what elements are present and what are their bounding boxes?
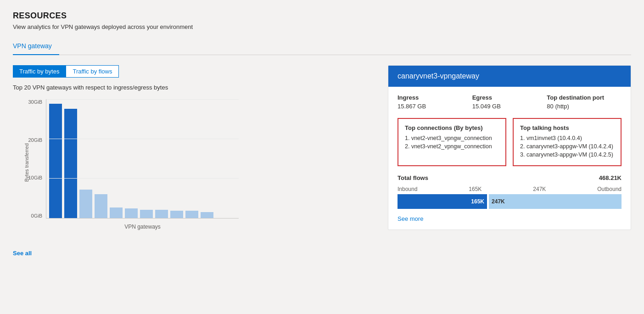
bars-container: VPN gateways: [46, 99, 239, 219]
stats-row: Ingress 15.867 GB Egress 15.049 GB Top d…: [398, 94, 622, 110]
ingress-stat: Ingress 15.867 GB: [398, 94, 472, 110]
bar-3: [79, 190, 92, 218]
left-panel: Traffic by bytes Traffic by flows Top 20…: [13, 65, 373, 257]
see-all-link[interactable]: See all: [13, 250, 32, 257]
bar-11: [201, 212, 213, 218]
top-dest-port-label: Top destination port: [547, 94, 622, 101]
flow-bar-inbound: 165K: [398, 194, 487, 209]
bar-10: [185, 211, 198, 218]
top-talking-hosts-box: Top talking hosts 1. vm1invnet3 (10.4.0.…: [513, 118, 622, 166]
total-flows-label: Total flows: [398, 174, 428, 181]
flow-bar-labels: Inbound 165K 247K Outbound: [398, 186, 622, 192]
bar-1: [49, 104, 62, 218]
bar-5: [110, 207, 123, 218]
egress-value: 15.049 GB: [472, 103, 547, 110]
tab-bar: VPN gateway: [13, 39, 631, 55]
tab-vpn-gateway[interactable]: VPN gateway: [13, 39, 59, 55]
top-dest-port-value: 80 (http): [547, 103, 622, 110]
inbound-count: 165K: [469, 186, 482, 192]
toggle-bar: Traffic by bytes Traffic by flows: [13, 65, 373, 78]
outbound-label: Outbound: [597, 186, 622, 192]
ingress-value: 15.867 GB: [398, 103, 472, 110]
y-label-0: 0GiB: [31, 213, 42, 219]
bar-6: [125, 208, 138, 218]
top-host-3: 3. canaryvnet3-appgw-VM (10.4.2.5): [520, 151, 614, 158]
bar-9: [170, 211, 183, 218]
chart-description: Top 20 VPN gateways with respect to ingr…: [13, 84, 373, 91]
y-axis-labels: 30GiB 20GiB 10GiB 0GiB: [21, 99, 42, 219]
page-subtitle: View analytics for VPN gateways deployed…: [13, 23, 631, 30]
top-connection-1: 1. vnet2-vnet3_vpngw_connection: [405, 135, 499, 141]
x-axis-label: VPN gateways: [124, 224, 161, 230]
outbound-count: 247K: [533, 186, 546, 192]
top-connection-2: 2. vnet3-vnet2_vpngw_connection: [405, 143, 499, 150]
inbound-label: Inbound: [398, 186, 417, 192]
top-connections-title: Top connections (By bytes): [405, 124, 499, 131]
total-flows-value: 468.21K: [599, 174, 622, 181]
y-label-30: 30GiB: [28, 99, 42, 105]
egress-stat: Egress 15.049 GB: [472, 94, 547, 110]
card-body: Ingress 15.867 GB Egress 15.049 GB Top d…: [388, 87, 631, 230]
see-more-link[interactable]: See more: [398, 215, 423, 222]
flow-bars: 165K 247K: [398, 194, 622, 209]
bar-4: [95, 194, 107, 218]
total-flows-row: Total flows 468.21K: [398, 174, 622, 181]
top-host-2: 2. canaryvnet3-appgw-VM (10.4.2.4): [520, 143, 614, 150]
gateway-card: canaryvnet3-vpngateway Ingress 15.867 GB…: [388, 65, 631, 230]
page-title: RESOURCES: [13, 11, 631, 21]
info-boxes-row: Top connections (By bytes) 1. vnet2-vnet…: [398, 118, 622, 166]
bar-2: [64, 109, 77, 218]
y-label-10: 10GiB: [28, 175, 42, 180]
toggle-by-flows[interactable]: Traffic by flows: [66, 65, 119, 78]
toggle-by-bytes[interactable]: Traffic by bytes: [13, 65, 66, 78]
bar-8: [155, 210, 168, 218]
top-dest-port-stat: Top destination port 80 (http): [547, 94, 622, 110]
top-connections-box: Top connections (By bytes) 1. vnet2-vnet…: [398, 118, 506, 166]
top-host-1: 1. vm1invnet3 (10.4.0.4): [520, 135, 614, 141]
egress-label: Egress: [472, 94, 547, 101]
card-header: canaryvnet3-vpngateway: [388, 66, 631, 87]
bar-7: [140, 210, 153, 218]
ingress-label: Ingress: [398, 94, 472, 101]
y-label-20: 20GiB: [28, 137, 42, 143]
flow-bar-outbound: 247K: [489, 194, 622, 209]
top-talking-hosts-title: Top talking hosts: [520, 124, 614, 131]
